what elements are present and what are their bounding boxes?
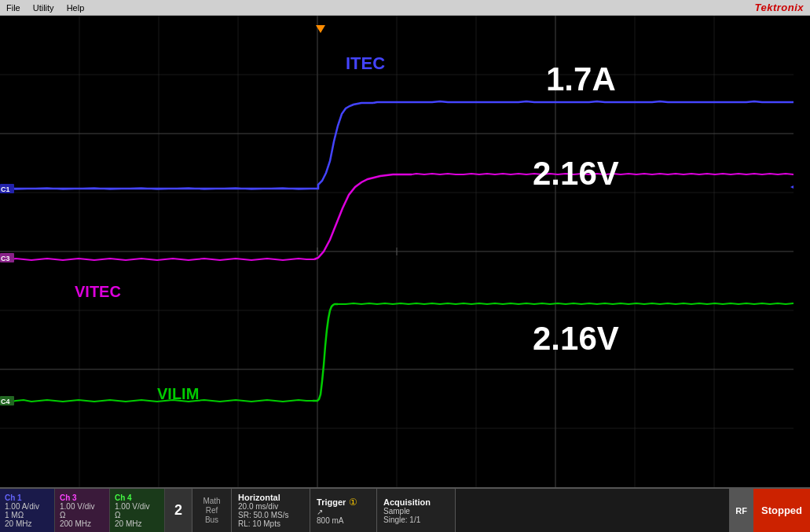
ch1-status-label: Ch 1 bbox=[5, 493, 49, 502]
btn-2[interactable]: 2 bbox=[165, 489, 192, 532]
sr-value: SR: 50.0 MS/s bbox=[238, 511, 303, 519]
trigger-icon: ↗ bbox=[317, 508, 370, 516]
math-ref-section[interactable]: Math Ref Bus bbox=[192, 489, 232, 532]
trigger-title: Trigger bbox=[317, 497, 346, 507]
ch3-status[interactable]: Ch 3 1.00 V/div Ω 200 MHz bbox=[55, 489, 110, 532]
ch4-label: VILIM bbox=[157, 385, 199, 402]
svg-text:C4: C4 bbox=[1, 398, 10, 405]
scope-screen: ◄ bbox=[0, 16, 794, 487]
ch3-scale: 1.00 V/div bbox=[60, 502, 104, 511]
status-bar: Ch 1 1.00 A/div 1 MΩ 20 MHz Ch 3 1.00 V/… bbox=[0, 487, 810, 532]
menu-utility[interactable]: Utility bbox=[33, 3, 54, 13]
menu-file[interactable]: File bbox=[6, 3, 20, 13]
ch3-label: VITEC bbox=[75, 283, 121, 300]
trigger-section[interactable]: Trigger ① ↗ 800 mA bbox=[310, 489, 377, 532]
acquisition-section[interactable]: Acquisition Sample Single: 1/1 bbox=[377, 489, 456, 532]
trigger-indicator: ① bbox=[349, 497, 357, 508]
acquisition-detail: Single: 1/1 bbox=[383, 515, 449, 524]
horizontal-section[interactable]: Horizontal 20.0 ms/div SR: 50.0 MS/s RL:… bbox=[232, 489, 310, 532]
ch3-bw: 200 MHz bbox=[60, 519, 104, 528]
menu-help[interactable]: Help bbox=[67, 3, 85, 13]
ch3-measurement: 2.16V bbox=[533, 155, 619, 192]
acquisition-title: Acquisition bbox=[383, 497, 449, 507]
ch1-measurement: 1.7A bbox=[546, 61, 616, 97]
ch1-label: ITEC bbox=[346, 53, 385, 73]
math-label: Math bbox=[203, 497, 220, 506]
svg-text:C3: C3 bbox=[1, 255, 10, 262]
rl-value: RL: 10 Mpts bbox=[238, 519, 303, 528]
grid-canvas: ITEC VITEC VILIM 1.7A 2.16V 2.16V C1 C3 … bbox=[0, 16, 794, 487]
svg-text:C1: C1 bbox=[1, 185, 10, 193]
menu-bar: File Utility Help Tektronix bbox=[0, 0, 810, 16]
ch3-icon: Ω bbox=[60, 511, 104, 519]
ch4-icon: Ω bbox=[115, 511, 159, 519]
horizontal-title: Horizontal bbox=[238, 493, 303, 502]
ch3-status-label: Ch 3 bbox=[60, 493, 104, 502]
ch4-measurement: 2.16V bbox=[533, 320, 619, 357]
ch4-bw: 20 MHz bbox=[115, 519, 159, 528]
ch1-scale: 1.00 A/div bbox=[5, 502, 49, 511]
ch4-status-label: Ch 4 bbox=[115, 493, 159, 502]
ref-label: Ref bbox=[206, 506, 218, 515]
ch1-bw: 20 MHz bbox=[5, 519, 49, 528]
trigger-level: 800 mA bbox=[317, 516, 370, 525]
bus-label: Bus bbox=[205, 515, 218, 525]
ch4-status[interactable]: Ch 4 1.00 V/div Ω 20 MHz bbox=[110, 489, 165, 532]
rf-button[interactable]: RF bbox=[729, 489, 753, 532]
ch4-scale: 1.00 V/div bbox=[115, 502, 159, 511]
timebase-value: 20.0 ms/div bbox=[238, 502, 303, 511]
ch1-status[interactable]: Ch 1 1.00 A/div 1 MΩ 20 MHz bbox=[0, 489, 55, 532]
brand-logo: Tektronix bbox=[754, 2, 804, 13]
acquisition-mode: Sample bbox=[383, 507, 449, 515]
ch1-impedance: 1 MΩ bbox=[5, 511, 49, 519]
stop-button[interactable]: Stopped bbox=[753, 489, 810, 532]
